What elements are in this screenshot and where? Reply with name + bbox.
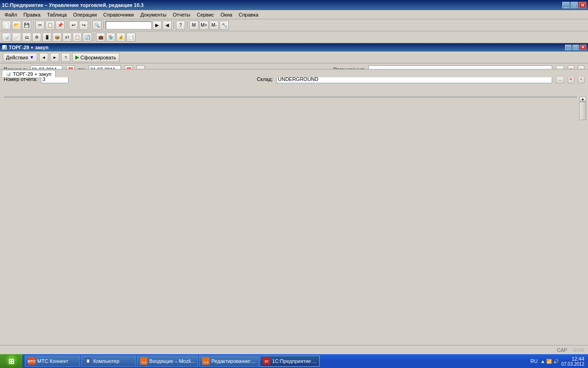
tb2-btn8[interactable]: 📋 — [73, 33, 82, 42]
mozilla-icon: 🦊 — [140, 357, 147, 365]
copy-btn[interactable]: 📋 — [45, 21, 55, 30]
doc-window: 📊 ТОРГ-29 + закуп _ □ ✕ Действия ▼ ◄ ► ?… — [0, 43, 588, 86]
num-indicator: NUM — [573, 347, 584, 353]
form-button[interactable]: ▶ Сформировать — [72, 53, 119, 62]
minus-btn[interactable]: M- — [209, 21, 219, 30]
task-mozilla-label: Входящие – Mozil... — [149, 358, 195, 364]
doc-restore-btn[interactable]: □ — [572, 45, 579, 50]
task-edit-label: Редактирование:... — [211, 358, 255, 364]
mts-icon: МТС — [28, 357, 35, 365]
scroll-thumb[interactable] — [579, 102, 586, 120]
start-button[interactable]: ⊞ — [0, 354, 23, 368]
report-content: Вид операции ТОВАРНЫЙ ОТЧЕТ Номер докуме… — [4, 97, 577, 98]
tab-torg29[interactable]: 📊 ТОРГ-29 + закуп — [2, 70, 56, 77]
task-mts-label: МТС Коннект — [37, 358, 68, 364]
tb2-btn4[interactable]: ⚙ — [32, 33, 41, 42]
tab-label: ТОРГ-29 + закуп — [13, 71, 51, 77]
search-go-btn[interactable]: ▶ — [153, 21, 162, 30]
tb2-btn5[interactable]: 📱 — [42, 33, 51, 42]
menu-reports[interactable]: Отчеты — [170, 12, 193, 18]
search-back-btn[interactable]: ◀ — [163, 21, 172, 30]
tb2-btn13[interactable]: 📑 — [126, 33, 136, 42]
computer-icon: 🖥 — [84, 357, 91, 365]
doc-window-controls: _ □ ✕ — [565, 45, 586, 50]
help-btn[interactable]: ? — [176, 21, 185, 30]
actions-dropdown-arrow: ▼ — [29, 55, 34, 60]
menu-reference[interactable]: Справочники — [101, 12, 137, 18]
tb2-btn12[interactable]: 💰 — [116, 33, 125, 42]
menu-edit[interactable]: Правка — [21, 12, 43, 18]
sep-tb2 — [94, 33, 94, 41]
clock: 12:44 07.03.2012 — [561, 356, 584, 367]
help-doc-btn[interactable]: ? — [61, 53, 70, 62]
app-window-controls: _ □ ✕ — [562, 2, 586, 8]
date-display: 07.03.2012 — [561, 362, 584, 367]
new-btn[interactable]: 📄 — [2, 21, 11, 30]
cap-indicator: CAP — [557, 347, 567, 353]
tb2-btn3[interactable]: 🗂 — [22, 33, 31, 42]
save-btn[interactable]: 💾 — [22, 21, 31, 30]
tool-btn[interactable]: 🔧 — [220, 21, 229, 30]
menu-file[interactable]: Файл — [2, 12, 20, 18]
task-edit[interactable]: 🦊 Редактирование:... — [199, 356, 259, 367]
nav-back-btn[interactable]: ◄ — [39, 53, 48, 62]
paste-btn[interactable]: 📌 — [56, 21, 65, 30]
open-btn[interactable]: 📂 — [12, 21, 21, 30]
restore-button[interactable]: □ — [571, 2, 578, 8]
menu-operations[interactable]: Операции — [70, 12, 99, 18]
toolbar-2: 📊 📈 🗂 ⚙ 📱 📦 🏷 📋 🔄 💼 🏪 💰 📑 — [0, 31, 588, 43]
tb2-btn7[interactable]: 🏷 — [62, 33, 72, 42]
tb2-btn11[interactable]: 🏪 — [106, 33, 115, 42]
taskbar-tasks: МТС МТС Коннект 🖥 Компьютер 🦊 Входящие –… — [23, 354, 527, 368]
lang-indicator: RU — [531, 358, 538, 364]
tb2-btn1[interactable]: 📊 — [2, 33, 11, 42]
cut-btn[interactable]: ✂ — [35, 21, 45, 30]
app-title-bar: 1С:Предприятие – Управление торговлей, р… — [0, 0, 588, 10]
task-1c-label: 1С:Предприятие ... — [272, 358, 317, 364]
undo-btn[interactable]: ↩ — [69, 21, 78, 30]
menu-windows[interactable]: Окна — [218, 12, 235, 18]
nav-fwd-btn[interactable]: ► — [50, 53, 59, 62]
tab-bar: 📊 ТОРГ-29 + закуп — [0, 69, 588, 77]
sep2 — [67, 21, 67, 29]
status-bar: CAP NUM — [0, 345, 588, 354]
sep5 — [174, 21, 174, 29]
tb2-btn6[interactable]: 📦 — [52, 33, 62, 42]
plus-btn[interactable]: M — [189, 21, 198, 30]
taskbar-system: RU ▲ 📶 🔊 12:44 07.03.2012 — [527, 356, 588, 367]
close-button[interactable]: ✕ — [579, 2, 586, 8]
sep3 — [90, 21, 90, 29]
tb2-btn10[interactable]: 💼 — [96, 33, 105, 42]
scroll-up-btn[interactable]: ▲ — [579, 97, 586, 102]
task-1c[interactable]: 1С 1С:Предприятие ... — [260, 356, 320, 367]
doc-title-bar: 📊 ТОРГ-29 + закуп _ □ ✕ — [0, 43, 588, 52]
report-area[interactable]: Вид операции ТОВАРНЫЙ ОТЧЕТ Номер докуме… — [4, 97, 577, 98]
doc-close-btn[interactable]: ✕ — [580, 45, 586, 50]
sys-icons: ▲ 📶 🔊 — [540, 359, 558, 364]
menu-documents[interactable]: Документы — [137, 12, 169, 18]
windows-orb: ⊞ — [4, 355, 19, 368]
minimize-button[interactable]: _ — [562, 2, 570, 8]
plus2-btn[interactable]: M+ — [199, 21, 209, 30]
search-input[interactable] — [106, 21, 152, 29]
sep4 — [103, 21, 104, 29]
task-mts[interactable]: МТС МТС Коннект — [25, 356, 80, 367]
menu-service[interactable]: Сервис — [194, 12, 217, 18]
tab-icon: 📊 — [6, 72, 11, 76]
task-mozilla[interactable]: 🦊 Входящие – Mozil... — [137, 356, 198, 367]
sep1 — [33, 21, 34, 29]
tb2-btn9[interactable]: 🔄 — [83, 33, 92, 42]
time-display: 12:44 — [561, 356, 584, 362]
doc-minimize-btn[interactable]: _ — [565, 45, 571, 50]
menu-help[interactable]: Справка — [236, 12, 261, 18]
doc-toolbar: Действия ▼ ◄ ► ? ▶ Сформировать — [0, 52, 588, 63]
task-computer[interactable]: 🖥 Компьютер — [81, 356, 136, 367]
search-btn[interactable]: 🔍 — [92, 21, 102, 30]
menu-bar: Файл Правка Таблица Операции Справочники… — [0, 10, 588, 19]
menu-table[interactable]: Таблица — [44, 12, 69, 18]
redo-btn[interactable]: ↪ — [79, 21, 88, 30]
actions-dropdown[interactable]: Действия ▼ — [3, 53, 37, 62]
task-computer-label: Компьютер — [93, 358, 119, 364]
tb2-btn2[interactable]: 📈 — [12, 33, 21, 42]
1c-icon: 1С — [263, 357, 270, 365]
